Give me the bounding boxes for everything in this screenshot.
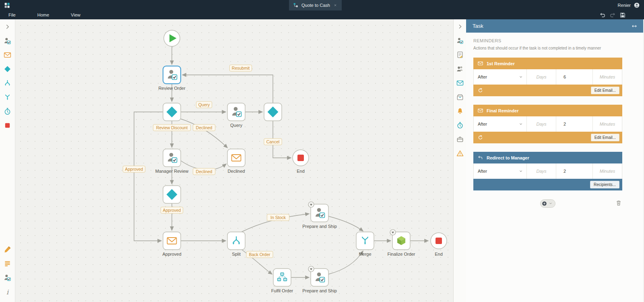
node-label: Fulfil Order	[271, 288, 293, 293]
package-icon[interactable]	[455, 92, 465, 102]
mail-teal-icon[interactable]	[455, 78, 465, 88]
user-task-icon[interactable]	[455, 36, 465, 46]
redirect-card: Redirect to Manager After Days 2 Minutes…	[473, 152, 622, 190]
duration-value-input[interactable]: 2	[556, 116, 593, 132]
expand-panel-icon[interactable]	[631, 23, 638, 29]
split-icon[interactable]	[2, 78, 13, 88]
plus-icon[interactable]	[541, 201, 547, 207]
node-label: Prepare and Ship	[302, 224, 337, 229]
svg-text:Query: Query	[198, 102, 210, 107]
node-prepare-and-ship-1[interactable]	[308, 202, 328, 222]
edge[interactable]	[328, 251, 363, 274]
node-query-decision[interactable]	[264, 103, 282, 121]
merge-icon[interactable]	[2, 92, 13, 102]
warning-icon[interactable]	[455, 149, 465, 158]
user-task-icon[interactable]	[2, 35, 13, 46]
svg-text:Approved: Approved	[163, 208, 181, 213]
bell-icon[interactable]	[455, 106, 465, 116]
node-approved[interactable]	[163, 232, 181, 250]
menu-file[interactable]: File	[0, 12, 27, 17]
after-dropdown[interactable]: After	[474, 69, 527, 85]
shapes-toolbar: i	[0, 19, 15, 302]
days-input[interactable]: Days	[527, 163, 556, 179]
duration-value-input[interactable]: 6	[556, 69, 593, 85]
card-title: Final Reminder	[487, 108, 518, 113]
minutes-input[interactable]: Minutes	[593, 163, 622, 179]
refresh-icon[interactable]	[477, 87, 483, 93]
recipients-button[interactable]: Recipients...	[590, 181, 619, 188]
reminder-card-first: 1st Reminder After Days 6 Minutes Edit E…	[473, 58, 622, 96]
user-name: Renier	[618, 3, 631, 8]
end-icon[interactable]	[2, 120, 13, 130]
after-dropdown-value: After	[478, 122, 487, 126]
user-task-icon[interactable]	[2, 272, 13, 283]
document-tab[interactable]: Quote to Cash	[289, 0, 342, 10]
edge[interactable]	[178, 118, 227, 148]
edge[interactable]	[134, 112, 163, 241]
chevron-right-icon[interactable]	[455, 22, 465, 31]
node-query[interactable]	[227, 103, 245, 121]
workflow-canvas[interactable]: QueryResubmitCancelDeclinedDeclinedAppro…	[15, 19, 453, 302]
briefcase-icon[interactable]	[455, 134, 465, 144]
node-label: Review Order	[158, 86, 186, 91]
node-prepare-and-ship-2[interactable]	[308, 266, 328, 286]
close-icon[interactable]	[333, 3, 338, 8]
node-finalize-order[interactable]	[390, 230, 410, 250]
edit-email-button[interactable]: Edit Email...	[591, 87, 619, 94]
redo-icon[interactable]	[609, 11, 616, 19]
users-icon[interactable]	[455, 64, 465, 74]
svg-text:In Stock: In Stock	[270, 215, 286, 220]
redirect-icon	[477, 155, 483, 161]
node-end-1[interactable]	[293, 150, 309, 166]
svg-text:Approved: Approved	[125, 167, 143, 172]
minutes-input[interactable]: Minutes	[593, 116, 622, 132]
add-reminder-button[interactable]	[540, 199, 555, 208]
avatar[interactable]	[634, 2, 640, 8]
decision-icon[interactable]	[2, 64, 13, 74]
refresh-icon[interactable]	[477, 134, 483, 141]
node-fulfil-order[interactable]	[273, 269, 291, 286]
node-approved-decision[interactable]	[163, 186, 181, 203]
menu-view[interactable]: View	[60, 12, 91, 17]
timer-icon[interactable]	[2, 106, 13, 116]
delete-reminder-icon[interactable]	[615, 199, 622, 207]
svg-text:i: i	[6, 288, 9, 296]
menu-home[interactable]: Home	[27, 12, 60, 17]
mail-orange-icon[interactable]	[2, 50, 13, 60]
pencil-icon[interactable]	[2, 244, 13, 254]
reminder-card-final: Final Reminder After Days 2 Minutes Edit…	[473, 105, 622, 143]
edge-label: Declined	[193, 168, 215, 175]
edge[interactable]	[182, 75, 273, 103]
node-manager-review[interactable]	[163, 149, 181, 167]
timer-icon[interactable]	[455, 120, 465, 130]
form-icon[interactable]	[455, 50, 465, 60]
card-title: 1st Reminder	[487, 61, 515, 66]
node-end-2[interactable]	[431, 233, 447, 249]
node-declined[interactable]	[227, 149, 245, 167]
chevron-down-icon[interactable]	[548, 201, 553, 206]
workflow-tab-icon	[293, 2, 299, 8]
section-description: Actions that should occur if the task is…	[473, 46, 622, 50]
minutes-input[interactable]: Minutes	[593, 69, 622, 85]
days-input[interactable]: Days	[527, 116, 556, 132]
undo-icon[interactable]	[599, 11, 606, 19]
panel-title: Task	[473, 23, 483, 29]
node-split[interactable]	[227, 232, 245, 250]
info-icon[interactable]: i	[2, 286, 13, 297]
node-label: Query	[230, 123, 242, 128]
edit-email-button[interactable]: Edit Email...	[591, 134, 619, 141]
after-dropdown[interactable]: After	[474, 163, 527, 179]
duration-value-input[interactable]: 2	[556, 163, 593, 179]
node-merge[interactable]	[356, 232, 374, 250]
after-dropdown[interactable]: After	[474, 116, 527, 132]
node-start[interactable]	[164, 30, 180, 46]
list-icon[interactable]	[2, 258, 13, 269]
tab-title: Quote to Cash	[301, 3, 330, 8]
node-label: Split	[232, 252, 240, 256]
node-review-order[interactable]	[163, 66, 181, 84]
save-icon[interactable]	[619, 11, 626, 19]
node-label: Merge	[359, 252, 371, 256]
node-review-discount[interactable]	[163, 103, 181, 121]
chevron-right-icon[interactable]	[2, 21, 13, 32]
days-input[interactable]: Days	[527, 69, 556, 85]
